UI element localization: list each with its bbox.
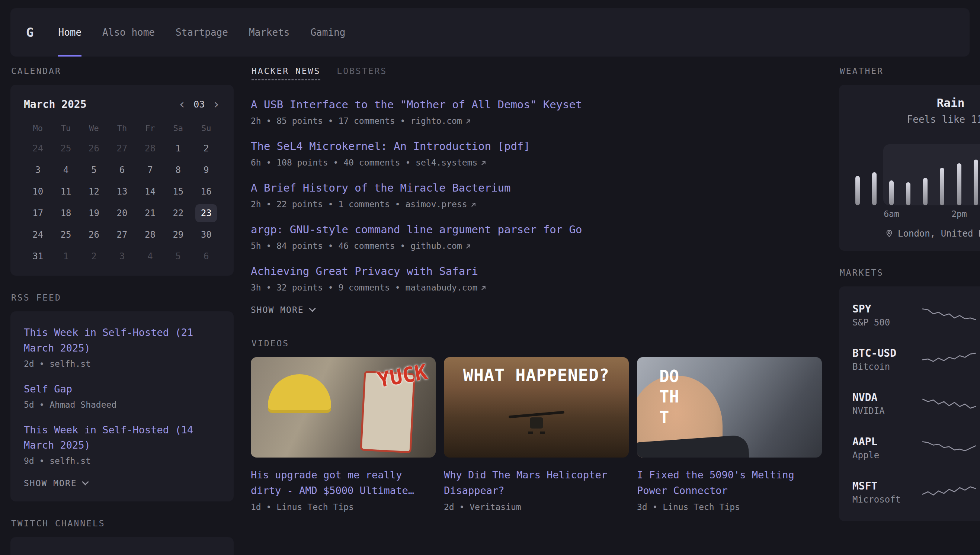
calendar-day: 5 bbox=[83, 161, 105, 179]
weather-widget: Rain Feels like 11°C 12° 6am2pm10pm Lond… bbox=[839, 85, 980, 251]
thumbnail-overlay-text: DO TH T bbox=[659, 366, 679, 427]
calendar-day: 2 bbox=[195, 140, 217, 157]
news-item: A Brief History of the Miracle Bacterium… bbox=[251, 180, 822, 209]
calendar-day: 1 bbox=[55, 247, 77, 265]
thumbnail-overlay-text: YUCK bbox=[376, 360, 429, 392]
market-ticker: NVDA bbox=[852, 391, 914, 404]
calendar-day: 1 bbox=[167, 140, 189, 157]
calendar-day: 17 bbox=[27, 204, 49, 222]
video-title[interactable]: I Fixed the 5090's Melting Power Connect… bbox=[637, 467, 822, 499]
video-meta: 2d • Veritasium bbox=[444, 502, 629, 512]
calendar-day: 26 bbox=[83, 140, 105, 157]
rss-feed-widget: This Week in Self-Hosted (21 March 2025)… bbox=[10, 311, 234, 501]
video-title[interactable]: His upgrade got me really dirty - AMD $5… bbox=[251, 467, 436, 499]
nav-tab-startpage[interactable]: Startpage bbox=[176, 8, 228, 56]
news-item: The SeL4 Microkernel: An Introduction [p… bbox=[251, 138, 822, 167]
video-meta: 3d • Linus Tech Tips bbox=[637, 502, 822, 512]
rss-item-title[interactable]: This Week in Self-Hosted (14 March 2025) bbox=[24, 422, 220, 454]
market-sparkline bbox=[921, 348, 977, 371]
rss-item-meta: 5d • Ahmad Shadeed bbox=[24, 400, 220, 409]
news-tab-lobsters[interactable]: LOBSTERS bbox=[337, 66, 387, 76]
news-item-domain[interactable]: asimov.press bbox=[405, 199, 476, 209]
video-thumbnail[interactable]: WHAT HAPPENED? bbox=[444, 357, 629, 457]
calendar-next-button[interactable]: › bbox=[212, 98, 220, 111]
market-row-spy[interactable]: SPYS&P 500-0.27%$563.98 bbox=[852, 293, 980, 337]
calendar-month-label: March 2025 bbox=[24, 98, 87, 111]
rss-item-meta: 9d • selfh.st bbox=[24, 456, 220, 466]
market-row-msft[interactable]: MSFTMicrosoft+1.14%$391.26 bbox=[852, 470, 980, 515]
video-thumbnail[interactable]: DO TH T bbox=[637, 357, 822, 457]
weather-time-label: 6am bbox=[884, 209, 899, 219]
calendar-day: 3 bbox=[111, 247, 133, 265]
calendar-day: 27 bbox=[111, 140, 133, 157]
news-item-domain[interactable]: righto.com bbox=[411, 116, 471, 126]
calendar-weekday: Sa bbox=[164, 124, 192, 133]
market-labels: MSFTMicrosoft bbox=[852, 480, 914, 505]
calendar-day: 26 bbox=[83, 226, 105, 244]
calendar-day: 4 bbox=[55, 161, 77, 179]
calendar-day: 28 bbox=[139, 140, 161, 157]
market-row-nvda[interactable]: NVDANVIDIA-0.70%$117.70 bbox=[852, 382, 980, 426]
news-item-title[interactable]: Achieving Great Privacy with Safari bbox=[251, 263, 822, 279]
right-column: WEATHER Rain Feels like 11°C 12° 6am2pm1… bbox=[839, 56, 980, 521]
calendar-prev-button[interactable]: ‹ bbox=[178, 98, 186, 111]
external-link-icon bbox=[465, 118, 472, 125]
market-ticker: AAPL bbox=[852, 436, 914, 448]
thumbnail-overlay-text: WHAT HAPPENED? bbox=[444, 365, 629, 385]
weather-condition: Rain bbox=[852, 96, 980, 109]
weather-temp-bar bbox=[974, 160, 978, 205]
market-row-aapl[interactable]: AAPLApple+1.95%$218.27 bbox=[852, 426, 980, 470]
market-sparkline bbox=[921, 304, 977, 327]
news-item-domain[interactable]: sel4.systems bbox=[415, 158, 487, 167]
news-item: A USB Interface to the "Mother of All De… bbox=[251, 97, 822, 126]
rss-item-title[interactable]: This Week in Self-Hosted (21 March 2025) bbox=[24, 325, 220, 356]
calendar-day: 28 bbox=[139, 226, 161, 244]
calendar-month-number: 03 bbox=[194, 99, 205, 110]
news-list: A USB Interface to the "Mother of All De… bbox=[251, 97, 822, 292]
rss-show-more-button[interactable]: SHOW MORE bbox=[24, 478, 88, 488]
news-item-title[interactable]: The SeL4 Microkernel: An Introduction [p… bbox=[251, 138, 822, 154]
app-logo[interactable]: G bbox=[26, 25, 34, 40]
calendar-day: 22 bbox=[167, 204, 189, 222]
market-ticker: BTC-USD bbox=[852, 347, 914, 359]
weather-time-label: 2pm bbox=[951, 209, 967, 219]
rss-item-title[interactable]: Self Gap bbox=[24, 381, 220, 397]
calendar-widget: March 2025 ‹ 03 › MoTuWeThFrSaSu 2425262… bbox=[10, 85, 234, 276]
calendar-day: 31 bbox=[27, 247, 49, 265]
market-name: Apple bbox=[852, 450, 914, 460]
nav-tab-gaming[interactable]: Gaming bbox=[310, 8, 345, 56]
video-title[interactable]: Why Did The Mars Helicopter Disappear? bbox=[444, 467, 629, 499]
news-item-domain[interactable]: matanabudy.com bbox=[405, 283, 487, 292]
news-item-meta: 2h • 85 points • 17 comments • righto.co… bbox=[251, 116, 822, 126]
nav-tab-home[interactable]: Home bbox=[58, 8, 82, 56]
news-item-title[interactable]: argp: GNU-style command line argument pa… bbox=[251, 222, 822, 237]
news-item-domain[interactable]: github.com bbox=[411, 241, 471, 251]
calendar-header: March 2025 ‹ 03 › bbox=[24, 98, 220, 111]
video-thumbnail[interactable]: YUCK bbox=[251, 357, 436, 457]
news-item-title[interactable]: A USB Interface to the "Mother of All De… bbox=[251, 97, 822, 112]
weather-location: London, United Kingdom bbox=[898, 228, 980, 239]
calendar-day: 30 bbox=[195, 226, 217, 244]
calendar-day-grid: 2425262728123456789101112131415161718192… bbox=[24, 140, 220, 265]
weather-temp-bar bbox=[855, 176, 860, 205]
nav-tab-markets[interactable]: Markets bbox=[249, 8, 290, 56]
weather-section-title: WEATHER bbox=[840, 66, 980, 76]
news-item-meta: 3h • 32 points • 9 comments • matanabudy… bbox=[251, 283, 822, 292]
external-link-icon bbox=[480, 160, 487, 166]
calendar-day: 9 bbox=[195, 161, 217, 179]
twitch-section-title: TWITCH CHANNELS bbox=[11, 518, 233, 528]
market-row-btc-usd[interactable]: BTC-USDBitcoin+1.39%$84,999.29 bbox=[852, 337, 980, 382]
market-sparkline bbox=[921, 437, 977, 459]
weather-hourly-chart: 12° bbox=[852, 135, 980, 205]
weather-feels-like: Feels like 11°C bbox=[852, 114, 980, 125]
news-item-title[interactable]: A Brief History of the Miracle Bacterium bbox=[251, 180, 822, 196]
market-name: Microsoft bbox=[852, 494, 914, 505]
calendar-day: 24 bbox=[27, 226, 49, 244]
news-item-meta: 5h • 84 points • 46 comments • github.co… bbox=[251, 241, 822, 251]
calendar-day: 14 bbox=[139, 183, 161, 201]
news-tab-hacker-news[interactable]: HACKER NEWS bbox=[252, 66, 320, 80]
news-show-more-button[interactable]: SHOW MORE bbox=[251, 305, 315, 315]
nav-tab-also-home[interactable]: Also home bbox=[102, 8, 155, 56]
calendar-controls: ‹ 03 › bbox=[178, 98, 220, 111]
markets-widget: SPYS&P 500-0.27%$563.98BTC-USDBitcoin+1.… bbox=[839, 286, 980, 521]
